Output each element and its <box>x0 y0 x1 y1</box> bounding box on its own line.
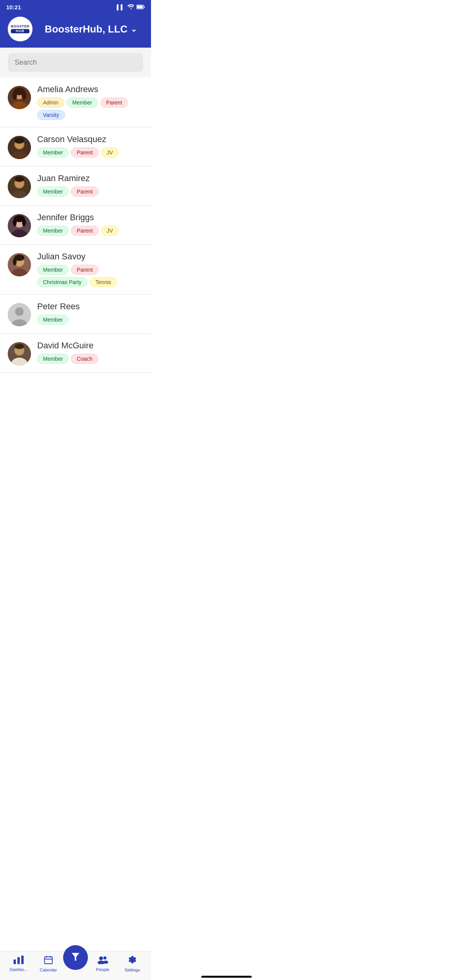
svg-point-10 <box>22 91 26 100</box>
tag-jv: JV <box>101 147 119 158</box>
person-tags: Admin Member Parent Varsity <box>37 98 143 120</box>
tag-coach: Coach <box>71 354 98 364</box>
person-name: Peter Rees <box>37 302 143 312</box>
tag-member: Member <box>37 354 69 364</box>
person-name: Julian Savoy <box>37 252 143 262</box>
tag-parent: Parent <box>71 187 98 197</box>
app-header: BOOSTER HUB BoosterHub, LLC ⌄ <box>0 14 151 48</box>
svg-point-9 <box>12 91 17 100</box>
list-item[interactable]: Carson Velasquez Member Parent JV <box>0 127 151 166</box>
svg-point-33 <box>13 258 17 266</box>
person-name: Jennifer Briggs <box>37 212 143 223</box>
avatar <box>8 86 31 109</box>
search-input[interactable] <box>8 53 143 72</box>
tag-tennis: Tennis <box>90 277 117 287</box>
tag-member: Member <box>37 147 69 158</box>
status-icons: ▌▌ <box>117 4 145 10</box>
person-name: Amelia Andrews <box>37 84 143 94</box>
org-title[interactable]: BoosterHub, LLC ⌄ <box>39 23 143 35</box>
tag-parent: Parent <box>100 98 128 108</box>
tag-parent: Parent <box>71 265 98 275</box>
person-info: Carson Velasquez Member Parent JV <box>37 134 143 158</box>
list-item[interactable]: Amelia Andrews Admin Member Parent Varsi… <box>0 77 151 127</box>
avatar <box>8 342 31 365</box>
list-item[interactable]: Peter Rees Member <box>0 295 151 334</box>
tag-parent: Parent <box>71 147 98 158</box>
tag-member: Member <box>37 315 69 325</box>
person-tags: Member Parent JV <box>37 147 143 158</box>
svg-point-0 <box>130 9 132 10</box>
person-tags: Member Parent Christmas Party Tennis <box>37 265 143 287</box>
search-section <box>0 48 151 77</box>
tag-jv: JV <box>101 226 119 236</box>
people-list: Amelia Andrews Admin Member Parent Varsi… <box>0 77 151 411</box>
tag-admin: Admin <box>37 98 64 108</box>
person-info: Jennifer Briggs Member Parent JV <box>37 212 143 236</box>
person-info: Juan Ramirez Member Parent <box>37 173 143 197</box>
svg-rect-3 <box>137 5 142 8</box>
person-tags: Member <box>37 315 143 325</box>
avatar <box>8 253 31 276</box>
person-info: Amelia Andrews Admin Member Parent Varsi… <box>37 84 143 120</box>
chevron-down-icon: ⌄ <box>130 24 137 34</box>
list-item[interactable]: Juan Ramirez Member Parent <box>0 166 151 206</box>
list-item[interactable]: David McGuire Member Coach <box>0 334 151 373</box>
battery-icon <box>136 4 145 10</box>
tag-christmas: Christmas Party <box>37 277 88 287</box>
signal-icon: ▌▌ <box>117 4 125 10</box>
svg-point-41 <box>15 344 24 349</box>
app-logo: BOOSTER HUB <box>8 17 33 41</box>
tag-member: Member <box>37 226 69 236</box>
person-tags: Member Parent <box>37 187 143 197</box>
tag-member: Member <box>37 265 69 275</box>
person-name: Carson Velasquez <box>37 134 143 144</box>
wifi-icon <box>127 4 134 10</box>
svg-point-15 <box>14 137 24 144</box>
person-name: Juan Ramirez <box>37 173 143 183</box>
person-info: David McGuire Member Coach <box>37 341 143 364</box>
tag-member: Member <box>67 98 98 108</box>
list-item[interactable]: Julian Savoy Member Parent Christmas Par… <box>0 245 151 295</box>
tag-varsity: Varsity <box>37 110 65 120</box>
avatar <box>8 214 31 237</box>
person-info: Peter Rees Member <box>37 302 143 325</box>
tag-parent: Parent <box>71 226 98 236</box>
person-tags: Member Parent JV <box>37 226 143 236</box>
svg-point-20 <box>15 176 24 182</box>
org-name-text: BoosterHub, LLC <box>45 23 128 35</box>
person-name: David McGuire <box>37 341 143 351</box>
avatar <box>8 136 31 159</box>
person-info: Julian Savoy Member Parent Christmas Par… <box>37 252 143 287</box>
tag-member: Member <box>37 187 69 197</box>
avatar <box>8 175 31 198</box>
svg-point-27 <box>22 219 26 226</box>
status-bar: 10:21 ▌▌ <box>0 0 151 14</box>
list-item[interactable]: Jennifer Briggs Member Parent JV <box>0 206 151 245</box>
avatar <box>8 303 31 326</box>
person-tags: Member Coach <box>37 354 143 364</box>
svg-rect-2 <box>144 6 144 8</box>
svg-point-26 <box>13 219 17 226</box>
status-time: 10:21 <box>6 4 21 10</box>
svg-point-35 <box>15 307 24 316</box>
